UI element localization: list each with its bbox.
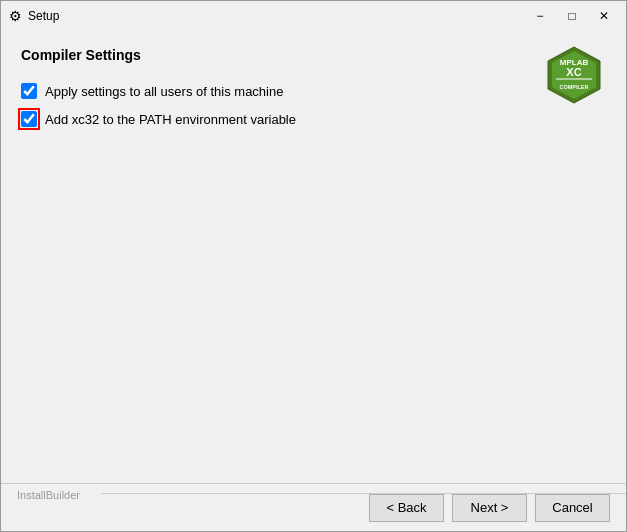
- title-bar-controls: − □ ✕: [526, 5, 618, 27]
- installbuilder-label: InstallBuilder: [17, 489, 80, 501]
- content-spacer: [21, 139, 606, 483]
- setup-icon: ⚙: [9, 8, 22, 24]
- maximize-button[interactable]: □: [558, 5, 586, 27]
- minimize-button[interactable]: −: [526, 5, 554, 27]
- content-area: Compiler Settings MPLAB XC COMPILER Appl…: [1, 31, 626, 483]
- close-button[interactable]: ✕: [590, 5, 618, 27]
- title-bar: ⚙ Setup − □ ✕: [1, 1, 626, 31]
- setup-window: ⚙ Setup − □ ✕ Compiler Settings MPLAB XC…: [0, 0, 627, 532]
- cancel-button[interactable]: Cancel: [535, 494, 610, 522]
- next-button[interactable]: Next >: [452, 494, 527, 522]
- svg-text:COMPILER: COMPILER: [559, 84, 588, 90]
- bottom-divider: [101, 493, 626, 494]
- add-xc32-path-checkbox[interactable]: [21, 111, 37, 127]
- add-xc32-path-label: Add xc32 to the PATH environment variabl…: [45, 112, 296, 127]
- apply-all-users-checkbox-wrapper: [21, 83, 37, 99]
- title-bar-left: ⚙ Setup: [9, 8, 59, 24]
- bottom-buttons: < Back Next > Cancel: [369, 494, 610, 522]
- apply-all-users-label: Apply settings to all users of this mach…: [45, 84, 283, 99]
- title-bar-text: Setup: [28, 9, 59, 23]
- add-xc32-path-row: Add xc32 to the PATH environment variabl…: [21, 111, 606, 127]
- bottom-bar: InstallBuilder < Back Next > Cancel: [1, 483, 626, 531]
- mplab-compiler-logo: MPLAB XC COMPILER: [542, 43, 606, 107]
- apply-all-users-row: Apply settings to all users of this mach…: [21, 83, 606, 99]
- apply-all-users-checkbox[interactable]: [21, 83, 37, 99]
- back-button[interactable]: < Back: [369, 494, 444, 522]
- page-title: Compiler Settings: [21, 47, 606, 63]
- logo-area: MPLAB XC COMPILER: [542, 43, 606, 110]
- svg-text:XC: XC: [566, 66, 581, 78]
- add-xc32-path-checkbox-wrapper: [21, 111, 37, 127]
